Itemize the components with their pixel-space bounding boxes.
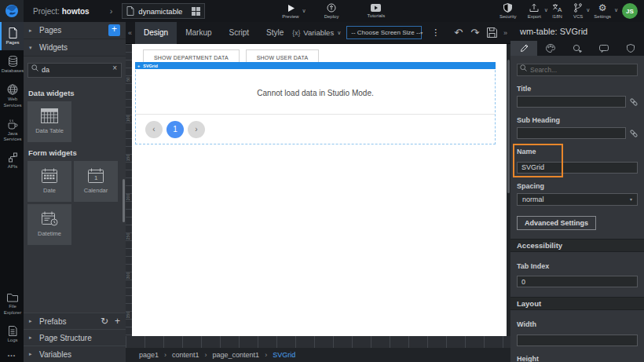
project-name: howtos xyxy=(62,7,90,16)
activity-bar-bottom: File Explorer Logs ••• xyxy=(0,287,24,362)
globe-icon xyxy=(7,84,18,95)
shield-icon xyxy=(503,3,512,13)
page-grid-icon[interactable] xyxy=(192,7,200,16)
topbar: Project: howtos › dynamictable Preview ∨… xyxy=(0,0,644,22)
canvas-body: 50 100 150 200 250 300 350 SHOW DEPARTME… xyxy=(126,44,510,336)
breadcrumb-item-svgrid[interactable]: SVGrid xyxy=(273,351,295,359)
user-avatar[interactable]: JS xyxy=(622,3,638,19)
sidebar-item-web-services[interactable]: Web Services xyxy=(0,79,24,112)
page-tab-dynamictable[interactable]: dynamictable xyxy=(122,3,205,19)
variables-menu[interactable]: {x} Variables ∨ xyxy=(292,28,341,37)
tab-style[interactable]: Style xyxy=(258,22,292,44)
svgrid-pagination: ‹ 1 › xyxy=(136,114,495,144)
pagination-page-1-button[interactable]: 1 xyxy=(166,121,184,138)
settings-caret-icon[interactable]: ∨ xyxy=(614,7,618,13)
breadcrumb-item-page1[interactable]: page1 xyxy=(139,351,159,359)
widget-search-input[interactable] xyxy=(27,63,122,78)
tab-inspector[interactable] xyxy=(564,41,591,56)
vcs-button[interactable]: VCS ∨ xyxy=(573,3,583,19)
widget-tile-calendar[interactable]: 1 Calendar xyxy=(74,161,118,202)
collapse-left-panel-icon[interactable]: « xyxy=(126,29,135,37)
accessibility-section-header[interactable]: Accessibility xyxy=(510,239,644,252)
spacing-select[interactable]: normal ▾ xyxy=(517,193,638,206)
tab-script[interactable]: Script xyxy=(221,22,258,44)
tab-index-label: Tab Index xyxy=(517,262,638,270)
tab-design[interactable]: Design xyxy=(135,22,177,44)
tab-events[interactable] xyxy=(591,41,617,56)
layout-section-body: Width Height xyxy=(510,310,644,362)
widgets-accordion-header[interactable]: ▾ Widgets xyxy=(24,39,126,57)
width-input[interactable] xyxy=(517,335,638,346)
clear-search-icon[interactable]: × xyxy=(112,64,117,72)
canvas-more-menu-icon[interactable]: ⋮ xyxy=(427,27,444,38)
tab-security[interactable] xyxy=(617,41,644,56)
design-canvas[interactable]: SHOW DEPARTMENT DATA SHOW USER DATA + SV… xyxy=(132,44,507,336)
tab-index-input[interactable] xyxy=(517,276,638,287)
settings-button[interactable]: ⚙ Settings ∨ xyxy=(594,3,611,19)
sidebar-item-logs[interactable]: Logs xyxy=(0,320,24,348)
screen-size-select[interactable]: -- Choose Screen Size -- ▾ xyxy=(346,26,422,39)
sidebar-item-pages[interactable]: Pages xyxy=(0,22,24,50)
refresh-icon[interactable]: ↻ xyxy=(101,316,108,327)
pagination-prev-button[interactable]: ‹ xyxy=(145,121,163,138)
variables-icon: {x} xyxy=(292,29,300,37)
sidebar-item-file-explorer[interactable]: File Explorer xyxy=(0,287,24,320)
preview-caret-icon[interactable]: ∨ xyxy=(302,8,306,14)
left-panel-bottom-accordions: ▸ Prefabs ↻+ ▸ Page Structure ▸ Variable… xyxy=(24,313,126,362)
svgrid-selection-bar[interactable]: + SVGrid xyxy=(135,62,496,69)
variables-label: Variables xyxy=(39,350,71,359)
sidebar-item-label: Logs xyxy=(7,338,17,343)
security-button[interactable]: Security xyxy=(499,3,517,19)
bind-link-icon[interactable] xyxy=(630,98,638,106)
sidebar-item-java-services[interactable]: Java Services xyxy=(0,113,24,147)
tutorials-button[interactable]: Tutorials xyxy=(367,4,385,18)
properties-search-input[interactable] xyxy=(517,64,638,76)
data-widgets-title: Data widgets xyxy=(24,82,126,101)
sidebar-item-databases[interactable]: Databases xyxy=(0,50,24,79)
properties-search-wrap xyxy=(517,61,638,76)
prefabs-accordion-header[interactable]: ▸ Prefabs ↻+ xyxy=(24,313,126,329)
add-prefab-button[interactable]: + xyxy=(115,316,120,327)
export-button[interactable]: Export ∨ xyxy=(528,3,541,19)
preview-button[interactable]: Preview ∨ xyxy=(282,4,298,19)
name-input[interactable] xyxy=(517,162,638,174)
page-structure-accordion-header[interactable]: ▸ Page Structure xyxy=(24,329,126,346)
undo-icon[interactable]: ↶ xyxy=(450,27,467,38)
layout-section-header[interactable]: Layout xyxy=(510,297,644,310)
redo-icon[interactable]: ↷ xyxy=(467,27,483,38)
i18n-button[interactable]: A I18N xyxy=(552,3,562,19)
bind-link-icon[interactable] xyxy=(630,130,638,137)
svgrid-widget[interactable]: + SVGrid Cannot load data in Studio Mode… xyxy=(135,62,496,144)
add-page-button[interactable]: + xyxy=(108,24,120,36)
deploy-button[interactable]: Deploy xyxy=(324,3,339,19)
scrollbar-thumb[interactable] xyxy=(507,60,510,193)
play-icon xyxy=(287,4,295,13)
widget-tile-data-table[interactable]: Data Table xyxy=(27,101,71,142)
save-icon[interactable] xyxy=(483,27,501,38)
breadcrumb-separator-icon: › xyxy=(265,351,267,359)
sub-heading-input[interactable] xyxy=(517,127,626,139)
advanced-settings-button[interactable]: Advanced Settings xyxy=(517,216,596,230)
name-field-group: Name xyxy=(517,148,638,174)
sidebar-item-apis[interactable]: APIs xyxy=(0,147,24,174)
pages-accordion-header[interactable]: ▸ Pages + xyxy=(24,22,126,39)
tab-markup[interactable]: Markup xyxy=(177,22,220,44)
ruler-vertical: 50 100 150 200 250 300 350 xyxy=(126,44,132,336)
wavemaker-logo[interactable] xyxy=(0,0,24,22)
widget-tile-datetime[interactable]: Datetime xyxy=(27,204,71,245)
tab-styles[interactable] xyxy=(537,41,564,56)
pagination-next-button[interactable]: › xyxy=(188,121,205,138)
title-field-input[interactable] xyxy=(517,96,626,108)
widget-tile-date[interactable]: Date xyxy=(27,161,71,202)
left-panel-scrollbar[interactable] xyxy=(123,179,125,222)
breadcrumb-item-content1[interactable]: content1 xyxy=(172,351,199,359)
settings-label: Settings xyxy=(594,14,611,19)
breadcrumb-item-page-content1[interactable]: page_content1 xyxy=(213,351,260,359)
more-options-icon[interactable]: ••• xyxy=(0,348,24,362)
drag-handle-icon[interactable]: + xyxy=(137,64,140,68)
export-caret-icon[interactable]: ∨ xyxy=(544,7,548,13)
variables-accordion-header[interactable]: ▸ Variables xyxy=(24,346,126,362)
tab-properties[interactable] xyxy=(510,41,537,56)
export-icon xyxy=(529,3,539,13)
vcs-caret-icon[interactable]: ∨ xyxy=(586,7,590,13)
